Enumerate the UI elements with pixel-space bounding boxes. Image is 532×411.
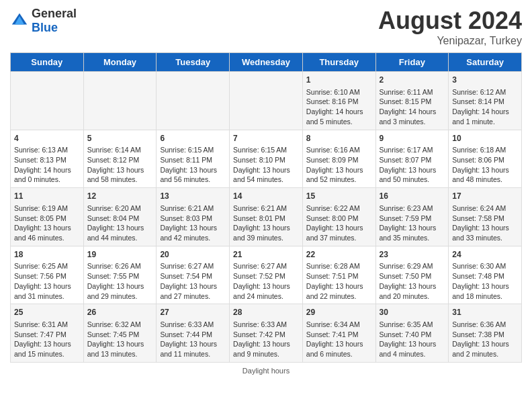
day-number: 15 [306,191,372,202]
page-header: General Blue August 2024 Yenipazar, Turk… [10,7,522,47]
day-number: 16 [380,191,445,202]
day-info: Sunrise: 6:21 AM Sunset: 8:03 PM Dayligh… [160,203,226,243]
col-header-tuesday: Tuesday [157,53,230,72]
day-cell: 29Sunrise: 6:34 AM Sunset: 7:41 PM Dayli… [302,304,375,363]
day-info: Sunrise: 6:15 AM Sunset: 8:10 PM Dayligh… [233,145,299,185]
day-number: 30 [380,307,445,318]
day-cell [11,72,84,130]
day-cell: 30Sunrise: 6:35 AM Sunset: 7:40 PM Dayli… [375,304,449,363]
day-info: Sunrise: 6:12 AM Sunset: 8:14 PM Dayligh… [452,87,518,127]
day-info: Sunrise: 6:18 AM Sunset: 8:06 PM Dayligh… [452,145,518,185]
day-cell: 1Sunrise: 6:10 AM Sunset: 8:16 PM Daylig… [302,72,375,130]
day-cell: 23Sunrise: 6:29 AM Sunset: 7:50 PM Dayli… [375,246,449,304]
col-header-sunday: Sunday [11,53,84,72]
day-number: 1 [306,75,372,86]
day-number: 24 [452,249,518,261]
day-info: Sunrise: 6:11 AM Sunset: 8:15 PM Dayligh… [380,87,445,127]
day-info: Sunrise: 6:26 AM Sunset: 7:55 PM Dayligh… [87,261,153,301]
day-cell: 9Sunrise: 6:17 AM Sunset: 8:07 PM Daylig… [375,130,449,188]
day-cell: 4Sunrise: 6:13 AM Sunset: 8:13 PM Daylig… [11,130,84,188]
day-cell: 17Sunrise: 6:24 AM Sunset: 7:58 PM Dayli… [449,188,522,246]
logo-blue-text: Blue [32,21,58,34]
day-number: 3 [452,75,518,86]
day-number: 26 [87,307,153,318]
day-number: 14 [233,191,299,202]
day-number: 27 [160,307,226,318]
day-number: 19 [87,249,153,261]
footer-daylight: Daylight hours [10,367,522,375]
day-cell: 7Sunrise: 6:15 AM Sunset: 8:10 PM Daylig… [230,130,303,188]
day-cell: 18Sunrise: 6:25 AM Sunset: 7:56 PM Dayli… [11,246,84,304]
week-row-5: 25Sunrise: 6:31 AM Sunset: 7:47 PM Dayli… [11,304,522,363]
day-cell: 8Sunrise: 6:16 AM Sunset: 8:09 PM Daylig… [302,130,375,188]
day-number: 17 [452,191,518,202]
day-cell: 13Sunrise: 6:21 AM Sunset: 8:03 PM Dayli… [157,188,230,246]
day-info: Sunrise: 6:33 AM Sunset: 7:44 PM Dayligh… [160,320,226,359]
day-number: 25 [14,307,80,318]
col-header-monday: Monday [83,53,157,72]
day-cell: 16Sunrise: 6:23 AM Sunset: 7:59 PM Dayli… [375,188,449,246]
day-info: Sunrise: 6:34 AM Sunset: 7:41 PM Dayligh… [306,320,372,359]
day-number: 22 [306,249,372,261]
day-info: Sunrise: 6:29 AM Sunset: 7:50 PM Dayligh… [380,261,445,301]
day-info: Sunrise: 6:33 AM Sunset: 7:42 PM Dayligh… [233,320,299,359]
day-number: 8 [306,133,372,144]
day-cell: 24Sunrise: 6:30 AM Sunset: 7:48 PM Dayli… [449,246,522,304]
day-info: Sunrise: 6:20 AM Sunset: 8:04 PM Dayligh… [87,203,153,243]
day-cell [230,72,303,130]
week-row-2: 4Sunrise: 6:13 AM Sunset: 8:13 PM Daylig… [11,130,522,188]
day-number: 18 [14,249,80,261]
day-number: 21 [233,249,299,261]
day-cell: 21Sunrise: 6:27 AM Sunset: 7:52 PM Dayli… [230,246,303,304]
day-info: Sunrise: 6:15 AM Sunset: 8:11 PM Dayligh… [160,145,226,185]
day-number: 7 [233,133,299,144]
day-info: Sunrise: 6:21 AM Sunset: 8:01 PM Dayligh… [233,203,299,243]
day-cell: 5Sunrise: 6:14 AM Sunset: 8:12 PM Daylig… [83,130,157,188]
col-header-friday: Friday [375,53,449,72]
day-info: Sunrise: 6:22 AM Sunset: 8:00 PM Dayligh… [306,203,372,243]
day-number: 12 [87,191,153,202]
day-number: 13 [160,191,226,202]
day-cell [83,72,157,130]
day-number: 6 [160,133,226,144]
day-info: Sunrise: 6:27 AM Sunset: 7:54 PM Dayligh… [160,261,226,301]
logo: General Blue [10,7,77,35]
day-cell: 20Sunrise: 6:27 AM Sunset: 7:54 PM Dayli… [157,246,230,304]
col-header-thursday: Thursday [302,53,375,72]
day-cell: 26Sunrise: 6:32 AM Sunset: 7:45 PM Dayli… [83,304,157,363]
day-number: 11 [14,191,80,202]
week-row-4: 18Sunrise: 6:25 AM Sunset: 7:56 PM Dayli… [11,246,522,304]
day-cell: 19Sunrise: 6:26 AM Sunset: 7:55 PM Dayli… [83,246,157,304]
day-info: Sunrise: 6:25 AM Sunset: 7:56 PM Dayligh… [14,261,80,301]
logo-general-text: General [32,7,77,20]
calendar-table: SundayMondayTuesdayWednesdayThursdayFrid… [10,52,522,363]
day-info: Sunrise: 6:14 AM Sunset: 8:12 PM Dayligh… [87,145,153,185]
day-info: Sunrise: 6:10 AM Sunset: 8:16 PM Dayligh… [306,87,372,127]
day-number: 29 [306,307,372,318]
day-info: Sunrise: 6:27 AM Sunset: 7:52 PM Dayligh… [233,261,299,301]
day-cell: 14Sunrise: 6:21 AM Sunset: 8:01 PM Dayli… [230,188,303,246]
header-row: SundayMondayTuesdayWednesdayThursdayFrid… [11,53,522,72]
day-number: 2 [380,75,445,86]
day-info: Sunrise: 6:31 AM Sunset: 7:47 PM Dayligh… [14,320,80,359]
day-cell: 3Sunrise: 6:12 AM Sunset: 8:14 PM Daylig… [449,72,522,130]
day-cell [157,72,230,130]
day-cell: 22Sunrise: 6:28 AM Sunset: 7:51 PM Dayli… [302,246,375,304]
day-info: Sunrise: 6:35 AM Sunset: 7:40 PM Dayligh… [380,320,445,359]
title-block: August 2024 Yenipazar, Turkey [378,7,522,47]
day-number: 28 [233,307,299,318]
day-info: Sunrise: 6:28 AM Sunset: 7:51 PM Dayligh… [306,261,372,301]
day-cell: 15Sunrise: 6:22 AM Sunset: 8:00 PM Dayli… [302,188,375,246]
day-cell: 12Sunrise: 6:20 AM Sunset: 8:04 PM Dayli… [83,188,157,246]
day-cell: 28Sunrise: 6:33 AM Sunset: 7:42 PM Dayli… [230,304,303,363]
day-info: Sunrise: 6:30 AM Sunset: 7:48 PM Dayligh… [452,261,518,301]
day-cell: 6Sunrise: 6:15 AM Sunset: 8:11 PM Daylig… [157,130,230,188]
day-info: Sunrise: 6:32 AM Sunset: 7:45 PM Dayligh… [87,320,153,359]
day-info: Sunrise: 6:19 AM Sunset: 8:05 PM Dayligh… [14,203,80,243]
day-number: 4 [14,133,80,144]
day-number: 10 [452,133,518,144]
day-info: Sunrise: 6:24 AM Sunset: 7:58 PM Dayligh… [452,203,518,243]
day-cell: 11Sunrise: 6:19 AM Sunset: 8:05 PM Dayli… [11,188,84,246]
col-header-saturday: Saturday [449,53,522,72]
logo-icon [10,11,29,30]
